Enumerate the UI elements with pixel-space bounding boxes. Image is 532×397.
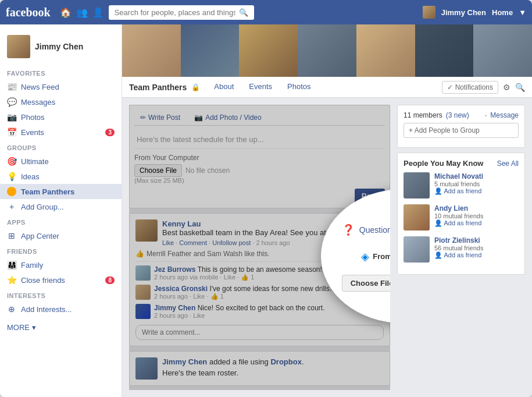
home-link[interactable]: Home [492,8,513,17]
sidebar: Jimmy Chen FAVORITES 📰 News Feed 💬 Messa… [0,24,122,397]
add-group-icon: + [7,202,16,211]
sidebar-item-label: Messages [21,98,55,107]
members-header: 11 members (3 new) · Message [404,111,519,119]
from-dropbox-row: ◈ From Your Dropbox [352,248,390,265]
pymk-add-friend-1[interactable]: 👤 Add as friend [434,187,483,195]
search-bar[interactable]: 🔍 [109,5,254,20]
from-dropbox-label: From Your Dropbox [373,252,390,261]
see-all-link[interactable]: See All [497,159,519,168]
sidebar-item-label: News Feed [21,83,59,91]
app-center-icon: ⊞ [7,231,16,240]
sidebar-section-apps: APPS [0,214,122,228]
people-you-may-know-box: People You May Know See All Michael Nova… [397,153,525,275]
question-icon: ❓ [342,224,355,236]
sidebar-item-label: Family [21,261,43,270]
header-user-name[interactable]: Jimmy Chen [441,8,486,17]
pymk-header: People You May Know See All [404,159,519,168]
sidebar-item-team-panthers[interactable]: Team Panthers [0,184,122,199]
relative-container: ✏ Write Post 📷 Add Photo / Video Here's … [129,105,390,390]
group-name[interactable]: Team Panthers [129,83,187,92]
cover-photo-4 [298,24,356,77]
header-user-avatar [423,6,435,19]
sidebar-item-label: Close friends [21,276,65,285]
home-nav-icon[interactable]: 🏠 [60,7,72,18]
group-nav-right: ✓ Notifications ⚙ 🔍 [442,81,525,94]
cover-photo-6 [415,24,474,77]
members-box: 11 members (3 new) · Message + Add Peopl… [397,105,525,148]
sidebar-item-family[interactable]: 👨‍👩‍👧 Family [0,257,122,272]
sidebar-item-label: Events [21,128,44,137]
tab-photos[interactable]: Photos [280,79,317,95]
close-friends-badge: 8 [105,277,115,284]
sidebar-item-messages[interactable]: 💬 Messages [0,94,122,109]
dialog-top-options: ❓ Question 📄 Add File [342,221,390,239]
sidebar-user-avatar [7,35,30,58]
question-option[interactable]: ❓ Question [342,224,390,236]
sidebar-item-ideas[interactable]: 💡 Ideas [0,169,122,184]
cover-photo-3 [239,24,298,77]
add-people-button[interactable]: + Add People to Group [404,123,519,138]
group-nav-tabs: About Events Photos [207,79,317,95]
profile-nav-icon[interactable]: 👤 [92,7,104,18]
ultimate-icon: 🎯 [7,157,16,166]
sidebar-item-label: App Center [21,232,59,240]
facebook-logo: facebook [6,6,51,19]
choose-file-dialog-button[interactable]: Choose File [342,275,390,292]
message-link[interactable]: Message [490,111,519,119]
events-badge: 3 [105,129,115,136]
sidebar-item-ultimate[interactable]: 🎯 Ultimate [0,154,122,169]
pymk-person-3: Piotr Zielinski 56 mutual friends 👤 Add … [404,236,519,263]
sidebar-item-add-group[interactable]: + Add Group... [0,199,122,214]
add-interests-icon: ⊕ [7,304,16,314]
pymk-add-friend-2[interactable]: 👤 Add as friend [434,219,483,227]
pymk-person-info-2: Andy Lien 10 mutual friends 👤 Add as fri… [434,204,483,227]
pymk-avatar-1 [404,172,430,198]
members-count: 11 members [404,111,442,119]
search-group-icon[interactable]: 🔍 [515,83,525,92]
sidebar-more[interactable]: MORE ▾ [0,320,122,335]
sidebar-item-events[interactable]: 📅 Events 3 [0,125,122,140]
notifications-button[interactable]: ✓ Notifications [442,81,498,94]
pymk-mutual-3: 56 mutual friends [434,244,483,251]
sidebar-item-label: Ideas [21,172,40,181]
sidebar-section-friends: FRIENDS [0,243,122,257]
tab-events[interactable]: Events [242,79,279,95]
home-dropdown-icon[interactable]: ▼ [519,8,526,17]
close-friends-icon: ⭐ [7,275,16,285]
cover-photo-2 [181,24,240,77]
friends-nav-icon[interactable]: 👥 [76,7,88,18]
sidebar-item-label: Photos [21,113,44,122]
sidebar-section-groups: GROUPS [0,140,122,154]
header-nav-icons: 🏠 👥 👤 [60,7,104,18]
cover-photo-area [122,24,532,77]
events-icon: 📅 [7,127,16,137]
group-nav: Team Panthers 🔒 About Events Photos ✓ No… [122,77,532,98]
question-label: Question [359,225,390,235]
search-icon: 🔍 [239,8,248,17]
sidebar-section-favorites: FAVORITES [0,65,122,79]
sidebar-user[interactable]: Jimmy Chen [0,30,122,65]
pymk-person-info-3: Piotr Zielinski 56 mutual friends 👤 Add … [434,236,483,259]
right-column: 11 members (3 new) · Message + Add Peopl… [397,105,525,390]
sidebar-item-app-center[interactable]: ⊞ App Center [0,228,122,243]
sidebar-section-interests: INTERESTS [0,288,122,302]
sidebar-item-news-feed[interactable]: 📰 News Feed [0,79,122,94]
settings-gear-icon[interactable]: ⚙ [503,83,510,92]
pymk-avatar-2 [404,204,430,231]
sidebar-item-add-interests[interactable]: ⊕ Add Interests... [0,302,122,317]
content-area: ✏ Write Post 📷 Add Photo / Video Here's … [122,98,532,397]
pymk-person-name-2[interactable]: Andy Lien [434,204,483,212]
photos-icon: 📷 [7,112,16,122]
pymk-avatar-3 [404,236,430,263]
pymk-person-name-1[interactable]: Michael Novati [434,172,483,180]
pymk-add-friend-3[interactable]: 👤 Add as friend [434,251,483,259]
dialog-bottom-row: Choose File Game Schedul... [342,275,390,292]
ideas-icon: 💡 [7,172,16,181]
sidebar-item-close-friends[interactable]: ⭐ Close friends 8 [0,272,122,288]
sidebar-item-label: Add Interests... [21,305,72,314]
search-input[interactable] [115,8,235,17]
dropbox-icon: ◈ [361,250,369,263]
pymk-person-name-3[interactable]: Piotr Zielinski [434,236,483,244]
tab-about[interactable]: About [207,79,241,95]
sidebar-item-photos[interactable]: 📷 Photos [0,109,122,125]
